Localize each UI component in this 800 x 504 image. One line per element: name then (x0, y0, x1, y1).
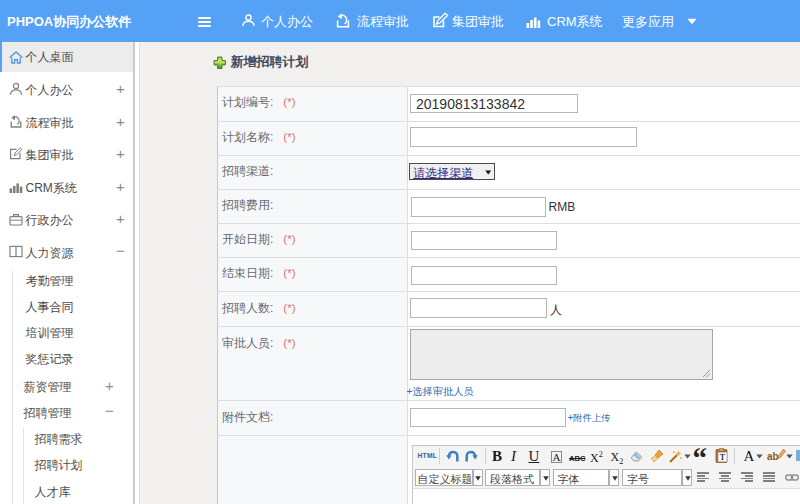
svg-text:T: T (719, 453, 725, 462)
